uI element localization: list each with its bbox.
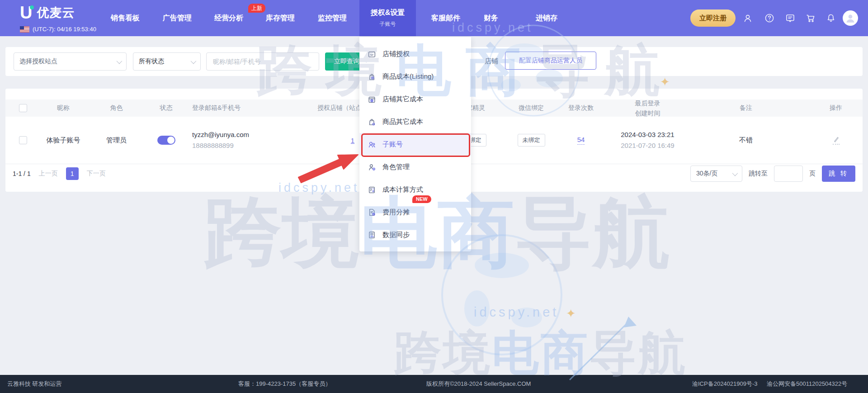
top-navbar: U 优麦云 (UTC-7): 04/16 19:53:40 销售看板 广告管理 … <box>0 0 868 36</box>
register-button[interactable]: 立即注册 <box>690 9 736 27</box>
nav-finance[interactable]: 财务 <box>484 0 498 36</box>
footer-icp-link[interactable]: 渝ICP备2024021909号-3 <box>692 375 758 393</box>
menu-item-data-sync[interactable]: 数据同步 <box>359 223 471 246</box>
status-select-value: 所有状态 <box>139 57 164 66</box>
footer-service-phone: 客服：199-4223-1735（客服专员） <box>238 375 331 393</box>
auth-settings-dropdown-menu: 店铺授权 商品成本(Listing) 店铺其它成本 商品其它成本 子账号 角色管… <box>359 37 471 251</box>
menu-item-product-other-cost[interactable]: 商品其它成本 <box>359 110 471 133</box>
timezone-clock: (UTC-7): 04/16 19:53:40 <box>20 26 96 33</box>
header-nickname: 昵称 <box>41 104 86 112</box>
prev-page-button[interactable]: 上一页 <box>39 170 58 178</box>
logo-text: 优麦云 <box>37 5 75 21</box>
status-toggle[interactable] <box>157 136 175 145</box>
select-all-checkbox[interactable] <box>19 104 27 112</box>
header-last-login: 最后登录 创建时间 <box>613 99 683 117</box>
bag-icon <box>368 118 376 126</box>
login-count-link[interactable]: 54 <box>577 136 585 145</box>
page-footer: 云雅科技 研发和运营 客服：199-4223-1735（客服专员） 版权所有©2… <box>0 375 868 393</box>
partially-hidden-label: 店铺 <box>485 57 498 66</box>
header-status: 状态 <box>147 104 185 112</box>
toggle-knob <box>167 137 175 144</box>
menu-item-sub-account[interactable]: 子账号 <box>359 133 471 156</box>
cell-email: tyzzh@iyunya.com <box>192 131 249 139</box>
nav-ad-management[interactable]: 广告管理 <box>163 0 192 36</box>
nav-inventory[interactable]: 库存管理 <box>266 0 295 36</box>
box-yen-icon <box>368 95 376 104</box>
nav-auth-settings-label: 授权&设置 <box>371 8 405 18</box>
bag-yen-icon <box>368 72 376 81</box>
page-size-select[interactable]: 30条/页 <box>690 166 742 182</box>
header-role: 角色 <box>86 104 147 112</box>
nav-purchase-sales[interactable]: 进销存 <box>536 0 557 36</box>
header-remark: 备注 <box>683 104 809 112</box>
store-icon <box>368 50 376 58</box>
new-badge: NEW <box>412 195 431 203</box>
header-login-count: 登录次数 <box>549 104 613 112</box>
nav-monitoring[interactable]: 监控管理 <box>318 0 347 36</box>
nav-current-subpage: 子账号 <box>380 20 396 28</box>
bell-icon[interactable] <box>826 13 836 24</box>
sparkle-icon: ✦ <box>566 307 576 321</box>
doc-sync-icon <box>368 231 376 239</box>
footer-company: 云雅科技 研发和运营 <box>7 375 62 393</box>
doc-split-icon <box>368 208 376 217</box>
menu-item-fee-allocation[interactable]: NEW 费用分摊 <box>359 201 471 223</box>
cell-nickname: 体验子账号 <box>41 136 86 145</box>
nav-sales-dashboard[interactable]: 销售看板 <box>111 0 140 36</box>
sparkle-icon: ✦ <box>660 75 670 89</box>
help-icon[interactable] <box>764 13 775 24</box>
feedback-icon[interactable] <box>785 13 796 24</box>
wechat-bind-status-tag: 未绑定 <box>518 134 545 147</box>
site-select-value: 选择授权站点 <box>19 57 57 66</box>
status-select[interactable]: 所有状态 <box>133 52 201 71</box>
role-icon <box>368 163 376 171</box>
cell-last-login: 2024-03-03 23:21 <box>621 131 674 139</box>
utc-time: (UTC-7): 04/16 19:53:40 <box>33 26 96 33</box>
us-flag-icon <box>20 26 29 33</box>
chevron-down-icon <box>732 170 738 176</box>
nav-business-analysis[interactable]: 经营分析 <box>214 0 243 36</box>
watermark-site: idcspy.net <box>474 305 559 320</box>
search-input[interactable] <box>212 57 313 66</box>
sub-account-icon <box>368 140 376 149</box>
edit-icon[interactable] <box>833 136 840 145</box>
menu-item-product-cost[interactable]: 商品成本(Listing) <box>359 65 471 88</box>
header-email: 登录邮箱&手机号 <box>185 104 312 112</box>
cart-icon[interactable] <box>805 13 816 24</box>
cell-phone: 18888888899 <box>192 142 249 150</box>
header-actions: 操作 <box>809 104 863 112</box>
header-wechat-bind: 微信绑定 <box>513 104 549 112</box>
chevron-down-icon <box>117 58 123 64</box>
jump-page-input[interactable] <box>774 166 803 182</box>
menu-item-shop-auth[interactable]: 店铺授权 <box>359 43 471 65</box>
footer-copyright: 版权所有©2018-2024 SellerSpace.COM <box>426 375 531 393</box>
chevron-down-icon <box>191 58 197 64</box>
cell-role: 管理员 <box>86 136 147 145</box>
app-logo[interactable]: U 优麦云 <box>20 4 75 22</box>
shops-count-link[interactable]: 1 <box>351 137 354 144</box>
menu-item-role-management[interactable]: 角色管理 <box>359 156 471 178</box>
configure-operators-button[interactable]: 配置店铺商品运营人员 <box>505 52 596 70</box>
keyword-search-field <box>206 52 319 71</box>
jump-label: 跳转至 <box>749 170 768 178</box>
new-release-badge: 上新 <box>248 4 265 13</box>
nav-service-email[interactable]: 客服邮件 <box>431 0 460 36</box>
footer-police-link[interactable]: 渝公网安备50011202504322号 <box>767 375 847 393</box>
pagination-range: 1-1 / 1 <box>13 170 31 177</box>
user-avatar[interactable] <box>843 10 858 26</box>
globe-watermark-icon <box>434 232 570 367</box>
logo-u-icon: U <box>20 4 32 22</box>
cell-remark: 不错 <box>683 136 809 145</box>
page-unit-label: 页 <box>809 170 816 178</box>
customer-service-icon[interactable] <box>742 13 753 24</box>
calculator-icon <box>368 185 376 194</box>
jump-button[interactable]: 跳 转 <box>822 166 855 182</box>
cell-created: 2021-07-20 16:49 <box>621 142 674 150</box>
next-page-button[interactable]: 下一页 <box>87 170 106 178</box>
row-checkbox[interactable] <box>19 136 27 144</box>
nav-auth-settings[interactable]: 授权&设置 子账号 <box>359 0 416 36</box>
menu-item-shop-other-cost[interactable]: 店铺其它成本 <box>359 88 471 110</box>
site-select[interactable]: 选择授权站点 <box>14 52 127 71</box>
current-page-button[interactable]: 1 <box>66 167 79 180</box>
